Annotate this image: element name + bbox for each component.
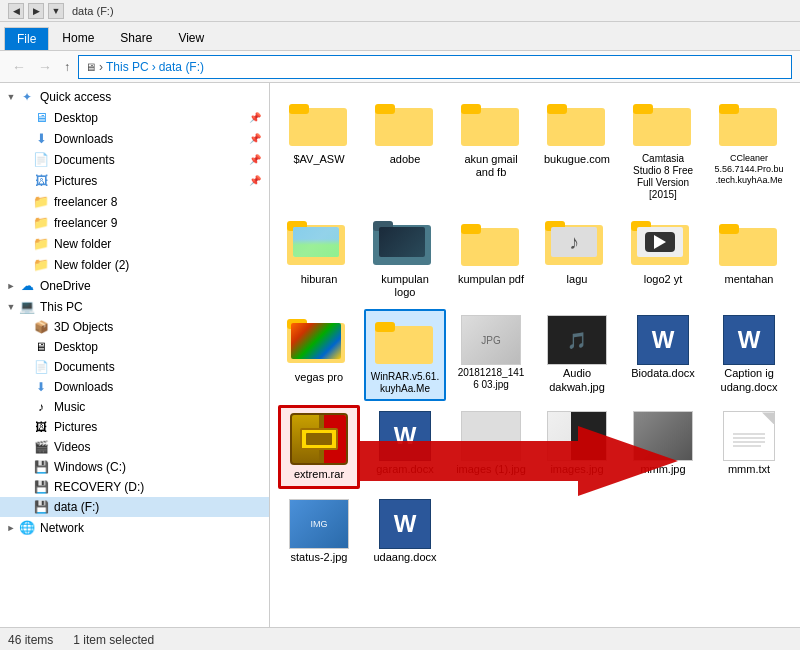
- nav-onedrive[interactable]: ► ☁ OneDrive: [0, 275, 269, 296]
- tab-home[interactable]: Home: [49, 26, 107, 50]
- file-label-hiburan: hiburan: [301, 273, 338, 286]
- tab-share[interactable]: Share: [107, 26, 165, 50]
- file-grid: $AV_ASW adobe akun gmail and fb bukugue.…: [278, 91, 792, 570]
- desktop-pc-label: Desktop: [54, 340, 98, 354]
- item-count: 46 items: [8, 633, 53, 647]
- nav-freelancer8[interactable]: 📁 freelancer 8: [0, 191, 269, 212]
- nav-network[interactable]: ► 🌐 Network: [0, 517, 269, 538]
- nav-desktop[interactable]: 🖥 Desktop 📌: [0, 107, 269, 128]
- downloads-icon: ⬇: [32, 131, 50, 146]
- svg-rect-4: [375, 104, 395, 114]
- file-item-logo2yt[interactable]: logo2 yt: [622, 211, 704, 305]
- nav-documents[interactable]: 📄 Documents 📌: [0, 149, 269, 170]
- file-item-images[interactable]: images.jpg: [536, 405, 618, 488]
- folder-icon-adobe: [373, 97, 437, 151]
- svg-rect-12: [719, 104, 739, 114]
- file-label-kumpulan-logo: kumpulan logo: [370, 273, 440, 299]
- nav-data-f[interactable]: 💾 data (F:): [0, 497, 269, 517]
- folder-icon-mentahan: [717, 217, 781, 271]
- desktop-pin-icon: 📌: [249, 112, 261, 123]
- file-item-kumpulan-pdf[interactable]: kumpulan pdf: [450, 211, 532, 305]
- tab-file[interactable]: File: [4, 27, 49, 50]
- file-item-camtasia[interactable]: Camtasia Studio 8 Free Full Version [201…: [622, 91, 704, 207]
- ribbon-tabs: File Home Share View: [0, 22, 800, 50]
- address-bar[interactable]: 🖥 › This PC › data (F:): [78, 55, 792, 79]
- svg-rect-10: [633, 104, 653, 114]
- file-item-caption[interactable]: W Caption ig udang.docx: [708, 309, 790, 401]
- file-item-mmm-jpg[interactable]: mmm.jpg: [622, 405, 704, 488]
- nav-pictures-pc[interactable]: 🖼 Pictures: [0, 417, 269, 437]
- freelancer8-icon: 📁: [32, 194, 50, 209]
- forward-button[interactable]: →: [34, 57, 56, 77]
- file-item-images1[interactable]: images (1).jpg: [450, 405, 532, 488]
- nav-music[interactable]: ♪ Music: [0, 397, 269, 417]
- file-item-garam[interactable]: W garam.docx: [364, 405, 446, 488]
- file-item-audio-dakwah[interactable]: 🎵 Audio dakwah.jpg: [536, 309, 618, 401]
- file-item-udaang[interactable]: W udaang.docx: [364, 493, 446, 570]
- file-label-camtasia: Camtasia Studio 8 Free Full Version [201…: [628, 153, 698, 201]
- jpg-icon-photo1: JPG: [461, 315, 521, 365]
- file-item-winrar[interactable]: WinRAR.v5.61. kuyhAa.Me: [364, 309, 446, 401]
- nav-this-pc[interactable]: ▼ 💻 This PC: [0, 296, 269, 317]
- file-item-photo1[interactable]: JPG 20181218_1416 03.jpg: [450, 309, 532, 401]
- file-label-vegas-pro: vegas pro: [295, 371, 343, 384]
- windows-c-label: Windows (C:): [54, 460, 126, 474]
- this-pc-label: This PC: [40, 300, 83, 314]
- new-folder-label: New folder: [54, 237, 111, 251]
- desktop-pc-icon: 🖥: [32, 340, 50, 354]
- nav-pictures[interactable]: 🖼 Pictures 📌: [0, 170, 269, 191]
- data-f-icon: 💾: [32, 500, 50, 514]
- nav-freelancer9[interactable]: 📁 freelancer 9: [0, 212, 269, 233]
- recovery-d-label: RECOVERY (D:): [54, 480, 144, 494]
- file-label-lagu: lagu: [567, 273, 588, 286]
- downloads-pin-icon: 📌: [249, 133, 261, 144]
- file-item-bukugue[interactable]: bukugue.com: [536, 91, 618, 207]
- file-item-status2[interactable]: IMG status-2.jpg: [278, 493, 360, 570]
- nav-videos[interactable]: 🎬 Videos: [0, 437, 269, 457]
- file-item-mentahan[interactable]: mentahan: [708, 211, 790, 305]
- address-data-f: data (F:): [159, 60, 204, 74]
- title-bar-back[interactable]: ◀: [8, 3, 24, 19]
- address-this-pc: 🖥: [85, 61, 96, 73]
- jpg-icon-images: [547, 411, 607, 461]
- new-folder-icon: 📁: [32, 236, 50, 251]
- back-button[interactable]: ←: [8, 57, 30, 77]
- file-item-kumpulan-logo[interactable]: kumpulan logo: [364, 211, 446, 305]
- file-label-extrem-rar: extrem.rar: [294, 468, 344, 481]
- nav-desktop-pc[interactable]: 🖥 Desktop: [0, 337, 269, 357]
- nav-downloads[interactable]: ⬇ Downloads 📌: [0, 128, 269, 149]
- pictures-pin-icon: 📌: [249, 175, 261, 186]
- nav-new-folder2[interactable]: 📁 New folder (2): [0, 254, 269, 275]
- file-item-adobe[interactable]: adobe: [364, 91, 446, 207]
- file-label-winrar: WinRAR.v5.61. kuyhAa.Me: [370, 371, 440, 395]
- nav-windows-c[interactable]: 💾 Windows (C:): [0, 457, 269, 477]
- desktop-label: Desktop: [54, 111, 98, 125]
- file-item-biodata[interactable]: W Biodata.docx: [622, 309, 704, 401]
- nav-documents-pc[interactable]: 📄 Documents: [0, 357, 269, 377]
- folder-icon-ccleaner: [717, 97, 781, 151]
- file-item-vegas-pro[interactable]: vegas pro: [278, 309, 360, 401]
- tab-view[interactable]: View: [165, 26, 217, 50]
- file-item-lagu[interactable]: ♪ lagu: [536, 211, 618, 305]
- file-item-sav-asw[interactable]: $AV_ASW: [278, 91, 360, 207]
- folder-icon-camtasia: [631, 97, 695, 151]
- title-bar-menu[interactable]: ▼: [48, 3, 64, 19]
- nav-3d-objects[interactable]: 📦 3D Objects: [0, 317, 269, 337]
- file-label-audio-dakwah: Audio dakwah.jpg: [542, 367, 612, 393]
- word-icon-biodata: W: [637, 315, 689, 365]
- title-bar-fwd[interactable]: ▶: [28, 3, 44, 19]
- pictures-label: Pictures: [54, 174, 97, 188]
- nav-new-folder[interactable]: 📁 New folder: [0, 233, 269, 254]
- file-item-mmm-txt[interactable]: mmm.txt: [708, 405, 790, 488]
- file-item-extrem-rar[interactable]: extrem.rar: [278, 405, 360, 488]
- jpg-icon-images1: [461, 411, 521, 461]
- up-button[interactable]: ↑: [60, 58, 74, 76]
- nav-recovery-d[interactable]: 💾 RECOVERY (D:): [0, 477, 269, 497]
- title-bar-controls: ◀ ▶ ▼: [8, 3, 64, 19]
- file-item-akun-gmail[interactable]: akun gmail and fb: [450, 91, 532, 207]
- nav-downloads-pc[interactable]: ⬇ Downloads: [0, 377, 269, 397]
- file-item-ccleaner[interactable]: CCleaner 5.56.7144.Pro.bu.tech.kuyhAa.Me: [708, 91, 790, 207]
- nav-quick-access[interactable]: ▼ ✦ Quick access: [0, 87, 269, 107]
- file-item-hiburan[interactable]: hiburan: [278, 211, 360, 305]
- downloads-label: Downloads: [54, 132, 113, 146]
